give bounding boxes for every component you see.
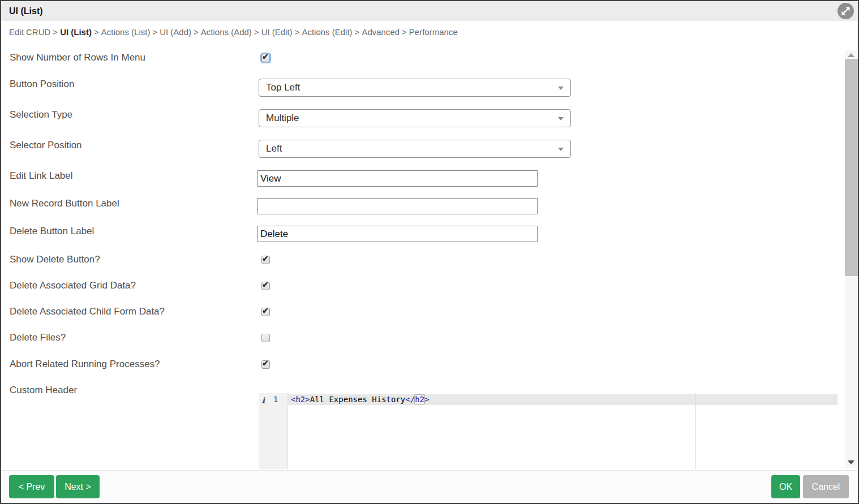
chevron-down-icon — [558, 87, 564, 90]
breadcrumb-actions-list[interactable]: Actions (List) — [101, 27, 151, 37]
label-selector-position: Selector Position — [10, 140, 82, 151]
breadcrumb-performance[interactable]: Performance — [409, 27, 458, 37]
edit-crud-dialog: UI (List) Edit CRUD>UI (List)>Actions (L… — [0, 0, 859, 504]
select-button-position[interactable]: Top Left — [259, 79, 571, 97]
label-delete-grid-data: Delete Associated Grid Data? — [10, 280, 136, 291]
select-selection-type-value: Multiple — [266, 113, 299, 123]
next-button[interactable]: Next > — [56, 475, 100, 498]
scroll-up-arrow-icon[interactable] — [848, 53, 854, 57]
breadcrumb-ui-add[interactable]: UI (Add) — [160, 27, 191, 37]
label-button-position: Button Position — [10, 79, 74, 90]
editor-ruler-line — [695, 393, 696, 469]
breadcrumb-actions-add[interactable]: Actions (Add) — [201, 27, 252, 37]
breadcrumb-ui-edit[interactable]: UI (Edit) — [261, 27, 293, 37]
input-new-record-button-label[interactable] — [257, 198, 538, 214]
custom-header-code-editor[interactable]: i 1 <h2>All Expenses History</h2> — [259, 393, 837, 469]
breadcrumb-separator: > — [194, 27, 199, 37]
label-new-record-button-label: New Record Button Label — [10, 198, 119, 209]
scrollbar-thumb[interactable] — [845, 59, 858, 276]
checkbox-delete-grid-data[interactable] — [261, 282, 270, 290]
label-delete-button-label: Delete Button Label — [10, 226, 94, 237]
breadcrumb-separator: > — [94, 27, 99, 37]
code-close-tag-name: h2 — [414, 394, 425, 404]
breadcrumb-advanced[interactable]: Advanced — [362, 27, 400, 37]
breadcrumb-edit-crud[interactable]: Edit CRUD — [9, 27, 50, 37]
label-show-delete-button: Show Delete Button? — [10, 254, 100, 265]
select-selector-position[interactable]: Left — [259, 140, 571, 158]
label-selection-type: Selection Type — [10, 109, 72, 120]
breadcrumb-separator: > — [295, 27, 300, 37]
checkbox-abort-processes[interactable] — [261, 360, 270, 369]
input-delete-button-label[interactable] — [257, 226, 538, 242]
select-selection-type[interactable]: Multiple — [259, 109, 571, 127]
editor-line-number: 1 — [273, 394, 278, 405]
checkbox-show-delete-button[interactable] — [261, 256, 270, 264]
breadcrumb-separator: > — [402, 27, 407, 37]
page-title: UI (List) — [9, 1, 43, 21]
select-selector-position-value: Left — [266, 143, 282, 154]
checkbox-delete-child-form-data[interactable] — [261, 308, 270, 316]
chevron-down-icon — [558, 148, 564, 151]
label-custom-header: Custom Header — [10, 385, 77, 396]
label-delete-child-form-data: Delete Associated Child Form Data? — [10, 306, 165, 317]
label-show-number-of-rows: Show Number of Rows In Menu — [10, 52, 145, 63]
editor-code-line[interactable]: <h2>All Expenses History</h2> — [291, 394, 429, 405]
label-abort-processes: Abort Related Running Processes? — [10, 359, 160, 370]
code-close-tag-end: > — [424, 395, 429, 404]
breadcrumb-ui-list[interactable]: UI (List) — [60, 27, 92, 37]
label-edit-link-label: Edit Link Label — [10, 170, 73, 182]
footer-bar: < Prev Next > OK Cancel — [1, 470, 858, 503]
ok-button[interactable]: OK — [771, 475, 800, 498]
cancel-button[interactable]: Cancel — [803, 475, 849, 498]
expand-dialog-button[interactable] — [837, 3, 854, 19]
input-edit-link-label[interactable] — [257, 170, 538, 187]
breadcrumb-separator: > — [254, 27, 259, 37]
checkbox-delete-files[interactable] — [261, 334, 270, 342]
select-button-position-value: Top Left — [266, 82, 300, 93]
breadcrumb-separator: > — [152, 27, 157, 37]
label-delete-files: Delete Files? — [10, 332, 66, 343]
breadcrumb: Edit CRUD>UI (List)>Actions (List)>UI (A… — [1, 21, 844, 40]
prev-button[interactable]: < Prev — [9, 475, 54, 498]
breadcrumb-separator: > — [53, 27, 58, 37]
title-bar: UI (List) — [1, 1, 858, 21]
breadcrumb-actions-edit[interactable]: Actions (Edit) — [302, 27, 352, 37]
chevron-down-icon — [558, 117, 564, 120]
scroll-down-arrow-icon[interactable] — [848, 460, 854, 464]
code-close-tag-open: </ — [405, 395, 415, 404]
checkbox-show-number-of-rows[interactable] — [261, 54, 270, 62]
code-open-tag: <h2> — [291, 395, 310, 404]
code-text: All Expenses History — [310, 395, 406, 404]
breadcrumb-separator: > — [355, 27, 360, 37]
vertical-scrollbar[interactable] — [845, 50, 858, 468]
editor-info-icon: i — [262, 395, 265, 406]
